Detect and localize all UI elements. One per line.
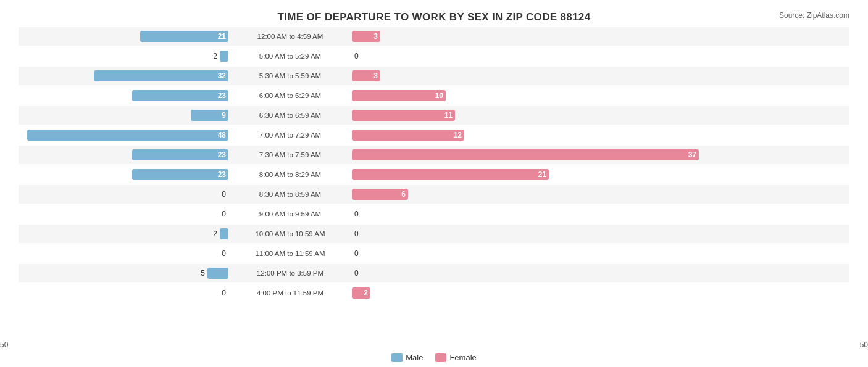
legend: Male Female	[391, 353, 477, 362]
male-value-zero: 0	[222, 210, 226, 218]
male-bar	[207, 268, 228, 279]
male-value: 2	[213, 52, 217, 60]
left-bar-area: 0	[19, 244, 228, 263]
left-bar-area: 9	[19, 106, 228, 125]
male-value-zero: 0	[222, 289, 226, 297]
chart-row: 237:30 AM to 7:59 AM37	[19, 146, 849, 164]
female-bar: 37	[352, 149, 699, 160]
male-value-zero: 0	[222, 190, 226, 199]
chart-row: 011:00 AM to 11:59 AM0	[19, 244, 849, 263]
left-bar-area: 32	[19, 67, 228, 85]
chart-row: 487:00 AM to 7:29 AM12	[19, 126, 849, 144]
left-bar-area: 21	[19, 27, 228, 46]
female-value: 10	[435, 91, 443, 100]
male-value: 23	[218, 91, 226, 100]
time-label: 5:00 AM to 5:29 AM	[228, 52, 352, 60]
chart-row: 210:00 AM to 10:59 AM0	[19, 225, 849, 243]
female-bar: 11	[352, 110, 455, 121]
legend-male: Male	[391, 353, 423, 362]
right-bar-area: 0	[352, 47, 849, 65]
female-value: 21	[538, 170, 546, 179]
female-value-zero: 0	[354, 249, 359, 258]
male-value: 32	[218, 72, 226, 80]
female-value: 3	[373, 72, 378, 80]
legend-female-box	[435, 353, 446, 362]
left-bar-area: 2	[19, 225, 228, 243]
chart-row: 25:00 AM to 5:29 AM0	[19, 47, 849, 65]
right-bar-area: 0	[352, 225, 849, 243]
left-bar-area: 23	[19, 165, 228, 184]
time-label: 8:00 AM to 8:29 AM	[228, 171, 352, 178]
right-axis-label: 50	[860, 340, 868, 349]
female-value: 12	[454, 131, 462, 139]
legend-female: Female	[435, 353, 476, 362]
right-bar-area: 12	[352, 126, 849, 144]
chart-title: TIME OF DEPARTURE TO WORK BY SEX IN ZIP …	[19, 11, 849, 23]
male-value: 5	[201, 269, 205, 278]
bottom-area: 50 50 Male Female	[0, 340, 868, 362]
female-bar: 10	[352, 90, 446, 101]
time-label: 6:00 AM to 6:29 AM	[228, 92, 352, 99]
male-value: 9	[222, 111, 226, 120]
right-bar-area: 10	[352, 86, 849, 105]
female-value-zero: 0	[354, 52, 359, 60]
male-bar: 23	[132, 149, 228, 160]
female-bar: 21	[352, 169, 549, 180]
time-label: 4:00 PM to 11:59 PM	[228, 289, 352, 297]
legend-female-label: Female	[449, 353, 476, 362]
left-bar-area: 5	[19, 264, 228, 282]
time-label: 6:30 AM to 6:59 AM	[228, 112, 352, 119]
right-bar-area: 2	[352, 284, 849, 302]
time-label: 11:00 AM to 11:59 AM	[228, 250, 352, 257]
male-bar	[220, 228, 228, 239]
chart-row: 512:00 PM to 3:59 PM0	[19, 264, 849, 282]
female-bar: 3	[352, 70, 380, 81]
female-value-zero: 0	[354, 269, 359, 278]
male-bar: 23	[132, 169, 228, 180]
time-label: 5:30 AM to 5:59 AM	[228, 72, 352, 80]
female-value-zero: 0	[354, 229, 359, 238]
legend-male-label: Male	[406, 353, 423, 362]
chart-row: 04:00 PM to 11:59 PM2	[19, 284, 849, 302]
chart-row: 325:30 AM to 5:59 AM3	[19, 67, 849, 85]
male-bar: 21	[140, 31, 228, 42]
left-bar-area: 23	[19, 86, 228, 105]
chart-row: 2112:00 AM to 4:59 AM3	[19, 27, 849, 46]
right-bar-area: 21	[352, 165, 849, 184]
male-bar: 48	[27, 130, 228, 141]
time-label: 12:00 PM to 3:59 PM	[228, 270, 352, 277]
female-bar: 12	[352, 130, 464, 141]
legend-male-box	[391, 353, 403, 362]
time-label: 12:00 AM to 4:59 AM	[228, 33, 352, 40]
chart-row: 96:30 AM to 6:59 AM11	[19, 106, 849, 125]
female-value-zero: 0	[354, 210, 359, 218]
male-value: 2	[213, 229, 217, 238]
right-bar-area: 0	[352, 244, 849, 263]
left-bar-area: 23	[19, 146, 228, 164]
right-bar-area: 0	[352, 205, 849, 223]
left-bar-area: 48	[19, 126, 228, 144]
chart-row: 238:00 AM to 8:29 AM21	[19, 165, 849, 184]
male-value: 23	[218, 151, 226, 159]
female-value: 3	[373, 32, 378, 41]
left-bar-area: 2	[19, 47, 228, 65]
time-label: 7:30 AM to 7:59 AM	[228, 151, 352, 159]
female-bar: 2	[352, 287, 370, 299]
chart-container: TIME OF DEPARTURE TO WORK BY SEX IN ZIP …	[0, 0, 868, 367]
chart-row: 09:00 AM to 9:59 AM0	[19, 205, 849, 223]
female-value: 6	[401, 190, 406, 199]
female-bar: 3	[352, 31, 380, 42]
time-label: 10:00 AM to 10:59 AM	[228, 230, 352, 237]
female-value: 2	[364, 289, 368, 297]
chart-row: 08:30 AM to 8:59 AM6	[19, 185, 849, 204]
male-value: 23	[218, 170, 226, 179]
left-bar-area: 0	[19, 205, 228, 223]
axis-row: 50 50	[0, 340, 868, 349]
male-value-zero: 0	[222, 249, 226, 258]
right-bar-area: 3	[352, 67, 849, 85]
female-value: 11	[444, 111, 453, 120]
time-label: 7:00 AM to 7:29 AM	[228, 131, 352, 139]
right-bar-area: 11	[352, 106, 849, 125]
chart-area: 2112:00 AM to 4:59 AM325:00 AM to 5:29 A…	[19, 27, 849, 315]
right-bar-area: 3	[352, 27, 849, 46]
